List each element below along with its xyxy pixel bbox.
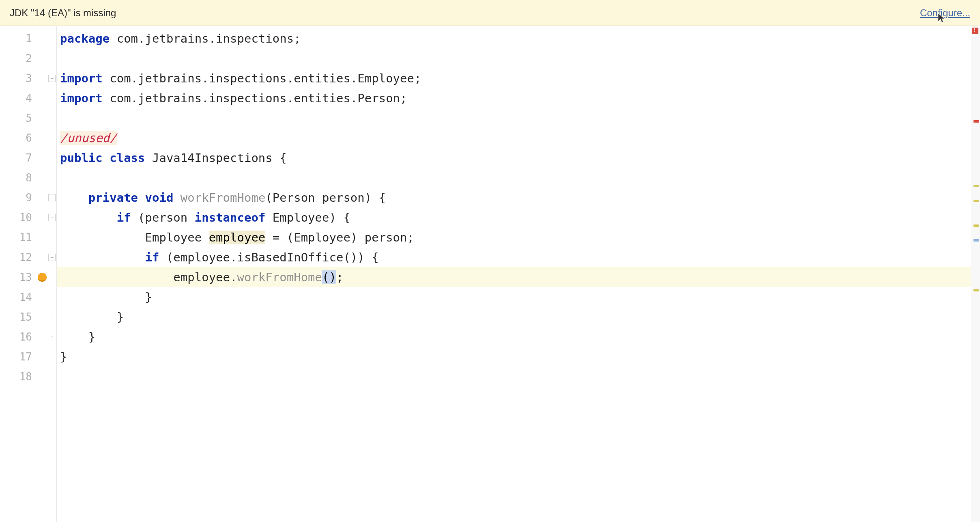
fold-end-icon: ⌐ (48, 333, 56, 341)
code-area[interactable]: package com.jetbrains.inspections;import… (57, 26, 980, 522)
gutter-row: 3 (0, 68, 56, 88)
inspection-stripe[interactable] (974, 120, 979, 123)
line-number: 6 (26, 132, 32, 144)
inspection-stripe[interactable] (974, 200, 979, 202)
code-line[interactable]: if (person instanceof Employee) { (57, 207, 980, 227)
inspection-stripe[interactable] (974, 289, 979, 291)
line-number: 8 (26, 172, 32, 184)
gutter-row: 7 (0, 148, 56, 168)
line-number: 1 (26, 32, 32, 45)
code-line[interactable] (57, 48, 980, 68)
fold-collapse-icon[interactable] (48, 214, 56, 221)
code-line[interactable]: /unused/ (57, 128, 980, 148)
code-line[interactable]: private void workFromHome(Person person)… (57, 188, 980, 207)
code-line[interactable]: } (57, 347, 980, 367)
line-number: 9 (26, 192, 32, 204)
cursor-icon (936, 12, 948, 26)
gutter-row: 10 (0, 207, 56, 227)
inspection-stripe[interactable] (974, 224, 979, 227)
code-line[interactable] (57, 108, 980, 128)
line-number: 10 (19, 211, 32, 224)
code-line[interactable]: Employee employee = (Employee) person; (57, 227, 980, 247)
gutter-row: 5 (0, 108, 56, 128)
gutter-row: 14⌐ (0, 287, 56, 307)
line-number: 2 (26, 52, 32, 65)
line-number: 4 (26, 92, 32, 104)
error-indicator-icon[interactable] (972, 28, 978, 34)
code-line[interactable]: } (57, 307, 980, 327)
gutter-row: 9 (0, 188, 56, 207)
line-number: 12 (19, 251, 32, 263)
fold-end-icon: ⌐ (48, 313, 56, 321)
line-number: 14 (19, 291, 32, 303)
gutter-row: 2 (0, 48, 56, 68)
code-line[interactable] (57, 168, 980, 188)
fold-collapse-icon[interactable] (48, 75, 56, 82)
line-number: 16 (19, 331, 32, 343)
line-number: 15 (19, 311, 32, 323)
inspection-stripe[interactable] (974, 239, 979, 242)
code-line[interactable]: public class Java14Inspections { (57, 148, 980, 168)
gutter-row: 13 (0, 267, 56, 287)
code-line[interactable]: package com.jetbrains.inspections; (57, 28, 980, 48)
code-line[interactable]: } (57, 287, 980, 307)
error-stripe-track[interactable] (971, 26, 980, 522)
code-line[interactable]: employee.workFromHome(); (57, 267, 980, 287)
gutter-row: 12 (0, 247, 56, 267)
gutter: 1234567891011121314⌐15⌐16⌐1718 (0, 26, 57, 522)
gutter-row: 15⌐ (0, 307, 56, 327)
line-number: 5 (26, 112, 32, 124)
jdk-missing-notification: JDK "14 (EA)" is missing Configure... (0, 0, 980, 26)
notification-message: JDK "14 (EA)" is missing (10, 7, 116, 19)
code-line[interactable]: import com.jetbrains.inspections.entitie… (57, 68, 980, 88)
gutter-row: 16⌐ (0, 327, 56, 347)
inspection-stripe[interactable] (974, 185, 979, 187)
fold-collapse-icon[interactable] (48, 254, 56, 261)
line-number: 3 (26, 72, 32, 84)
fold-collapse-icon[interactable] (48, 194, 56, 201)
line-number: 7 (26, 152, 32, 164)
line-number: 11 (19, 231, 32, 244)
fold-end-icon: ⌐ (48, 293, 56, 301)
gutter-row: 6 (0, 128, 56, 148)
code-line[interactable]: } (57, 327, 980, 347)
gutter-row: 4 (0, 88, 56, 108)
gutter-row: 17 (0, 347, 56, 367)
line-number: 17 (19, 351, 32, 363)
editor-area: 1234567891011121314⌐15⌐16⌐1718 package c… (0, 26, 980, 522)
code-line[interactable]: import com.jetbrains.inspections.entitie… (57, 88, 980, 108)
gutter-row: 18 (0, 367, 56, 386)
gutter-row: 8 (0, 168, 56, 188)
code-line[interactable] (57, 367, 980, 386)
gutter-row: 1 (0, 28, 56, 48)
intention-bulb-icon[interactable] (38, 273, 47, 282)
code-line[interactable]: if (employee.isBasedInOffice()) { (57, 247, 980, 267)
line-number: 13 (19, 271, 32, 283)
line-number: 18 (19, 371, 32, 383)
gutter-row: 11 (0, 227, 56, 247)
